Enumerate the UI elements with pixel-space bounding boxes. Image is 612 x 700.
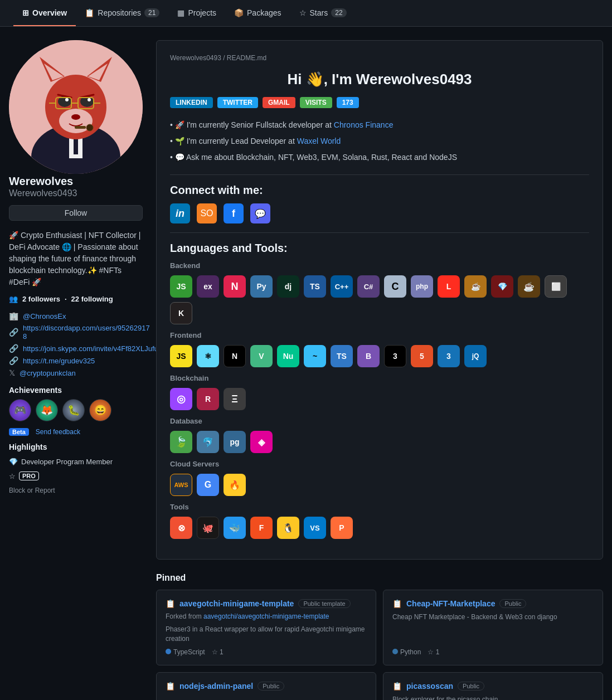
achievement-badge-1[interactable]: 🎮 <box>9 399 31 421</box>
discord-link[interactable]: https://discordapp.com/users/95262917 8 <box>23 324 150 341</box>
connect-icons: in SO f 💬 <box>170 203 589 223</box>
readme-greeting: Hi 👋, I'm Werewolves0493 <box>170 71 589 88</box>
card1-footer: TypeScript ☆ 1 <box>166 648 367 656</box>
beta-row: Beta Send feedback <box>9 428 143 436</box>
css3-icon: 3 <box>438 345 460 367</box>
facebook-icon[interactable]: f <box>224 203 244 223</box>
achievement-badge-4[interactable]: 😄 <box>89 399 111 421</box>
readme-breadcrumb: Werewolves0493 / README.md <box>170 54 589 62</box>
send-feedback-link[interactable]: Send feedback <box>36 428 80 436</box>
aws-icon: AWS <box>170 474 192 496</box>
firebase-icon: 🔥 <box>224 474 246 496</box>
waxel-link[interactable]: Waxel World <box>297 137 341 145</box>
tab-overview[interactable]: ⊞ Overview <box>13 1 76 26</box>
packages-icon: 📦 <box>234 8 244 17</box>
pinned-title: Pinned <box>156 573 603 583</box>
skype-link[interactable]: https://join.skype.com/invite/v4Ff82XLJu… <box>23 344 158 353</box>
ts2-icon: TS <box>331 345 353 367</box>
discord-icon[interactable]: 💬 <box>250 203 270 223</box>
rust-icon: R <box>197 388 219 410</box>
stackoverflow-icon[interactable]: SO <box>197 203 217 223</box>
tab-packages[interactable]: 📦 Packages <box>225 1 290 26</box>
card2-name[interactable]: Cheap-NFT-Marketplace <box>406 599 495 608</box>
card1-desc: Phaser3 in a React wrapper to allow for … <box>166 625 367 644</box>
html5-icon: 5 <box>411 345 433 367</box>
mongodb-icon: 🍃 <box>170 431 192 453</box>
pinned-card-3[interactable]: 📋 nodejs-admin-panel Public CSS ☆ 1 <box>156 672 376 700</box>
linkedin-badge[interactable]: LINKEDIN <box>170 97 213 108</box>
react-icon: ⚛ <box>197 345 219 367</box>
followers-link[interactable]: 2 followers <box>22 295 60 303</box>
tab-projects[interactable]: ▦ Projects <box>168 1 225 26</box>
tab-packages-label: Packages <box>247 8 281 17</box>
card4-name[interactable]: picassoscan <box>406 682 453 691</box>
following-count: 22 <box>71 295 79 303</box>
py-dot <box>392 649 398 654</box>
card2-footer: Python ☆ 1 <box>392 648 594 656</box>
display-name: Werewolves <box>9 174 143 188</box>
twitter-link[interactable]: @cryptopunkclan <box>20 369 76 377</box>
main-content: Werewolves0493 / README.md Hi 👋, I'm Wer… <box>156 40 603 700</box>
org-link[interactable]: @ChronosEx <box>23 312 66 320</box>
projects-icon: ▦ <box>177 8 184 17</box>
beta-badge: Beta <box>9 428 29 436</box>
avatar <box>9 40 143 174</box>
followers-count: 2 <box>22 295 26 303</box>
card1-name[interactable]: aavegotchi-minigame-template <box>179 599 294 608</box>
card3-desc <box>166 695 367 700</box>
following-link[interactable]: 22 following <box>71 295 113 303</box>
javascript-icon: JS <box>170 345 192 367</box>
card1-header: 📋 aavegotchi-minigame-template Public te… <box>166 599 367 608</box>
database-title: Database <box>170 417 589 425</box>
pinned-grid: 📋 aavegotchi-minigame-template Public te… <box>156 590 603 700</box>
database-tools: 🍃 🐬 pg ◈ <box>170 431 589 453</box>
highlights-title: Highlights <box>9 443 143 451</box>
developer-member-item: 💎 Developer Program Member <box>9 456 143 468</box>
linkedin-icon[interactable]: in <box>170 203 190 223</box>
tab-repositories[interactable]: 📋 Repositories 21 <box>76 1 168 26</box>
vscode-icon: VS <box>304 517 326 539</box>
gmail-badge[interactable]: GMAIL <box>263 97 295 108</box>
pro-badge: PRO <box>19 471 39 480</box>
visits-count-badge: 173 <box>337 97 359 108</box>
nestjs-icon: N <box>224 275 246 298</box>
pinned-card-2[interactable]: 📋 Cheap-NFT-Marketplace Public Cheap NFT… <box>383 590 603 665</box>
follow-button[interactable]: Follow <box>9 205 143 221</box>
telegram-link[interactable]: https://t.me/grudev325 <box>23 357 95 365</box>
git-icon: ⊗ <box>170 517 192 539</box>
block-report-link[interactable]: Block or Report <box>9 487 143 494</box>
tools-title: Tools <box>170 503 589 511</box>
repo-icon-1: 📋 <box>166 599 175 608</box>
bullet-3: 💬 Ask me about Blockchain, NFT, Web3, EV… <box>170 149 589 166</box>
pinned-card-4[interactable]: 📋 picassoscan Public Block explorer for … <box>383 672 603 700</box>
c-icon: C <box>384 275 406 298</box>
svg-point-14 <box>88 98 91 101</box>
pinned-card-1[interactable]: 📋 aavegotchi-minigame-template Public te… <box>156 590 376 665</box>
link-icon-1: 🔗 <box>9 328 18 337</box>
card3-name[interactable]: nodejs-admin-panel <box>179 682 253 691</box>
cloud-title: Cloud Servers <box>170 460 589 468</box>
card2-lang: Python <box>392 648 421 656</box>
chronos-link[interactable]: Chronos Finance <box>334 120 394 129</box>
typescript-icon: TS <box>304 275 326 298</box>
card1-lang: TypeScript <box>166 648 205 656</box>
achievement-badge-2[interactable]: 🦊 <box>36 399 58 421</box>
cpp-icon: C++ <box>331 275 353 298</box>
tab-stars[interactable]: ☆ Stars 22 <box>290 1 356 26</box>
sidebar-link-discord: 🔗 https://discordapp.com/users/95262917 … <box>9 322 143 342</box>
repo-icon-3: 📋 <box>166 682 175 691</box>
mysql-icon: 🐬 <box>197 431 219 453</box>
sidebar-link-skype: 🔗 https://join.skype.com/invite/v4Ff82XL… <box>9 342 143 354</box>
following-label: following <box>81 295 113 303</box>
divider-1 <box>170 174 589 175</box>
stars-badge: 22 <box>331 8 346 17</box>
twitter-badge[interactable]: TWITTER <box>217 97 258 108</box>
django-icon: dj <box>277 275 299 298</box>
sidebar-link-twitter: 𝕏 @cryptopunkclan <box>9 367 143 379</box>
repositories-badge: 21 <box>144 8 159 17</box>
card2-visibility: Public <box>499 599 526 608</box>
card1-visibility: Public template <box>298 599 350 608</box>
achievement-badge-3[interactable]: 🐛 <box>62 399 85 421</box>
followers-icon: 👥 <box>9 295 18 303</box>
blockchain-tools: ◎ R Ξ <box>170 388 589 410</box>
